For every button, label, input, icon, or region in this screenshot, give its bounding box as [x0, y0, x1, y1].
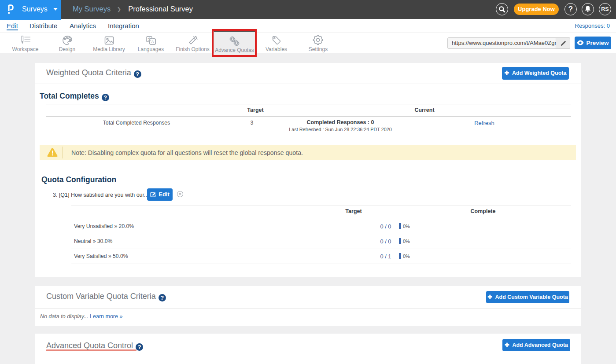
svg-text:A: A [151, 40, 154, 44]
